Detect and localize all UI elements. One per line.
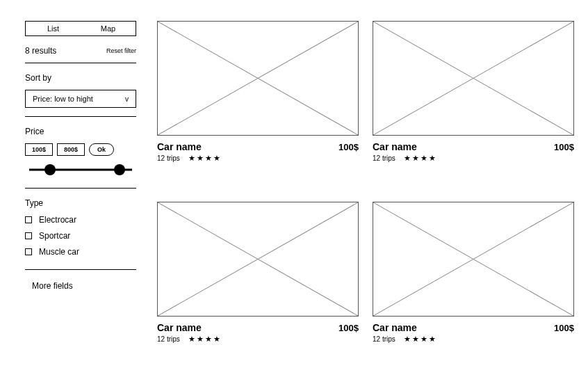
star-rating-icon: ★★★★ <box>404 335 437 344</box>
car-name: Car name <box>373 322 417 333</box>
car-card: Car name 100$ 12 trips ★★★★ <box>157 202 359 362</box>
view-map-tab[interactable]: Map <box>81 22 136 35</box>
type-option-label: Sportcar <box>39 231 70 241</box>
car-name: Car name <box>373 141 417 152</box>
sort-selected-value: Price: low to hight <box>33 95 93 103</box>
car-trips: 12 trips <box>373 154 395 162</box>
car-name: Car name <box>157 322 202 333</box>
type-option-label: Muscle car <box>39 247 79 257</box>
slider-knob-max[interactable] <box>114 164 125 175</box>
sort-select[interactable]: Price: low to hight v <box>25 90 136 108</box>
type-option-electrocar[interactable]: Electrocar <box>25 215 136 225</box>
checkbox-icon <box>25 232 32 239</box>
car-card: Car name 100$ 12 trips ★★★★ <box>157 21 359 181</box>
chevron-down-icon: v <box>125 95 129 103</box>
divider <box>25 63 136 63</box>
view-toggle: List Map <box>25 21 136 36</box>
reset-filter-link[interactable]: Reset filter <box>106 47 136 54</box>
car-price: 100$ <box>554 142 574 152</box>
car-price: 100$ <box>338 142 359 152</box>
more-fields-link[interactable]: More fields <box>32 281 136 291</box>
divider <box>25 269 136 270</box>
car-trips: 12 trips <box>157 335 180 343</box>
type-option-sportcar[interactable]: Sportcar <box>25 231 136 241</box>
price-min-input[interactable]: 100$ <box>25 143 53 156</box>
checkbox-icon <box>25 248 32 255</box>
car-card: Car name 100$ 12 trips ★★★★ <box>373 202 574 362</box>
car-name: Car name <box>157 141 202 152</box>
price-max-input[interactable]: 800$ <box>57 143 85 156</box>
type-filter-list: Electrocar Sportcar Muscle car <box>25 215 136 257</box>
view-list-tab[interactable]: List <box>26 22 81 35</box>
type-option-muscle-car[interactable]: Muscle car <box>25 247 136 257</box>
star-rating-icon: ★★★★ <box>404 154 437 163</box>
sort-label: Sort by <box>25 73 136 83</box>
car-image-placeholder[interactable] <box>157 202 359 317</box>
car-trips: 12 trips <box>373 335 395 343</box>
results-count: 8 results <box>25 46 56 56</box>
star-rating-icon: ★★★★ <box>188 335 222 344</box>
car-image-placeholder[interactable] <box>373 202 574 317</box>
car-price: 100$ <box>338 323 359 333</box>
car-price: 100$ <box>554 323 574 333</box>
car-image-placeholder[interactable] <box>157 21 359 136</box>
price-label: Price <box>25 127 136 136</box>
divider <box>25 188 136 189</box>
star-rating-icon: ★★★★ <box>188 154 222 163</box>
type-option-label: Electrocar <box>39 215 76 225</box>
car-trips: 12 trips <box>157 154 180 162</box>
type-label: Type <box>25 198 136 208</box>
sidebar: List Map 8 results Reset filter Sort by … <box>25 21 136 361</box>
car-card: Car name 100$ 12 trips ★★★★ <box>373 21 574 181</box>
car-image-placeholder[interactable] <box>373 21 574 136</box>
price-ok-button[interactable]: Ok <box>89 143 114 156</box>
results-grid: Car name 100$ 12 trips ★★★★ Car name 100… <box>157 21 574 361</box>
price-slider[interactable] <box>29 163 132 177</box>
checkbox-icon <box>25 216 32 223</box>
divider <box>25 116 136 117</box>
slider-knob-min[interactable] <box>44 164 56 175</box>
